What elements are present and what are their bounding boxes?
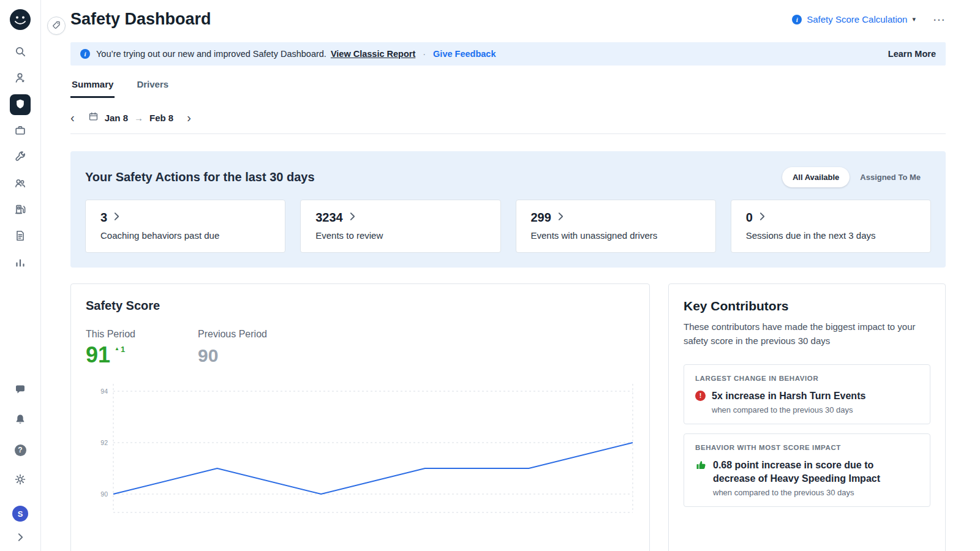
people-icon [14, 177, 26, 191]
sidebar-item-coaching[interactable] [10, 173, 31, 194]
safety-dashboard-app: ? S Safety Dashboard i Safety Score Calc… [0, 0, 980, 551]
shield-icon [15, 99, 26, 111]
safety-actions-title: Your Safety Actions for the last 30 days [85, 170, 315, 184]
previous-period-label: Previous Period [198, 329, 267, 340]
availability-toggle: All Available Assigned To Me [782, 167, 931, 187]
contributor-caption: when compared to the previous 30 days [712, 405, 865, 414]
section-divider [70, 133, 946, 134]
safety-score-calculation-label: Safety Score Calculation [807, 14, 907, 24]
date-start: Jan 8 [105, 113, 128, 123]
app-logo[interactable] [9, 9, 31, 31]
help-icon: ? [15, 444, 26, 456]
calendar-icon [88, 111, 99, 124]
sidebar-item-maintenance[interactable] [10, 147, 31, 168]
date-range-picker[interactable]: Jan 8 → Feb 8 [88, 111, 174, 124]
chevron-right-icon [558, 212, 564, 223]
document-icon [14, 230, 26, 244]
sidebar-expand-button[interactable] [18, 533, 23, 544]
svg-text:94: 94 [100, 388, 108, 395]
contributor-headline: 0.68 point increase in score due to decr… [713, 459, 919, 485]
contributor-category: BEHAVIOR WITH MOST SCORE IMPACT [695, 444, 919, 451]
give-feedback-link[interactable]: Give Feedback [433, 49, 496, 59]
action-card-value: 3 [100, 211, 107, 225]
dashboard-body: Safety Score This Period 91 ▲1 Previous … [70, 283, 946, 551]
separator-dot: · [423, 49, 426, 59]
sidebar-item-search[interactable] [10, 42, 31, 62]
sidebar-item-fuel[interactable] [10, 200, 31, 220]
tag-icon [51, 20, 61, 32]
contributor-item-behavior-change: LARGEST CHANGE IN BEHAVIOR ! 5x increase… [684, 364, 930, 425]
safety-score-calculation-dropdown[interactable]: i Safety Score Calculation ▾ [792, 14, 916, 24]
safety-actions-panel: Your Safety Actions for the last 30 days… [70, 151, 946, 268]
sidebar-item-documents[interactable] [10, 226, 31, 247]
previous-period-block: Previous Period 90 [198, 329, 267, 368]
sidebar: ? S [0, 0, 41, 551]
bell-icon [14, 413, 26, 427]
tag-filter-button[interactable] [47, 17, 66, 35]
action-card-value: 299 [531, 211, 551, 225]
safety-score-card: Safety Score This Period 91 ▲1 Previous … [70, 283, 650, 551]
main-content: Safety Dashboard i Safety Score Calculat… [41, 0, 980, 551]
thumbs-up-icon [695, 459, 707, 473]
page-header: Safety Dashboard i Safety Score Calculat… [41, 0, 980, 29]
toggle-assigned-to-me[interactable]: Assigned To Me [850, 167, 931, 187]
date-range-bar: ‹ Jan 8 → Feb 8 › [70, 105, 946, 130]
announcement-banner: i You’re trying out our new and improved… [70, 42, 946, 66]
chevron-right-icon [114, 212, 119, 223]
toggle-all-available[interactable]: All Available [782, 167, 850, 187]
gear-icon [14, 473, 26, 487]
chevron-right-icon [760, 212, 765, 223]
sidebar-item-drivers[interactable] [10, 68, 31, 89]
previous-period-value: 90 [198, 345, 267, 366]
view-classic-report-link[interactable]: View Classic Report [331, 49, 415, 59]
info-icon: i [792, 15, 802, 24]
sidebar-item-reports[interactable] [10, 252, 31, 273]
this-period-block: This Period 91 ▲1 [86, 329, 198, 368]
sidebar-item-notifications[interactable] [10, 410, 31, 430]
key-contributors-card: Key Contributors These contributors have… [668, 283, 946, 551]
contributor-item-score-impact: BEHAVIOR WITH MOST SCORE IMPACT 0.68 poi… [684, 433, 930, 507]
fuel-pump-icon [14, 203, 26, 217]
sidebar-item-messages[interactable] [10, 380, 31, 400]
key-contributors-title: Key Contributors [684, 299, 930, 313]
action-card-label: Events with unassigned drivers [531, 230, 701, 241]
key-contributors-subtitle: These contributors have made the biggest… [684, 320, 930, 348]
tab-drivers[interactable]: Drivers [135, 74, 170, 98]
contributor-caption: when compared to the previous 30 days [713, 488, 919, 497]
this-period-value: 91 ▲1 [86, 342, 198, 368]
user-avatar[interactable]: S [12, 506, 28, 522]
safety-score-title: Safety Score [86, 299, 635, 313]
action-card-coaching-past-due[interactable]: 3 Coaching behaviors past due [85, 200, 285, 253]
banner-message: You’re trying out our new and improved S… [96, 49, 326, 59]
sidebar-item-settings[interactable] [10, 470, 31, 490]
next-period-button[interactable]: › [187, 111, 191, 124]
tab-bar: Summary Drivers [70, 74, 946, 98]
chevron-right-icon [350, 212, 355, 223]
driver-star-icon [14, 72, 26, 86]
action-card-unassigned-drivers[interactable]: 299 Events with unassigned drivers [516, 200, 716, 253]
score-delta: ▲1 [115, 345, 125, 354]
safety-score-chart: 949290 [86, 383, 635, 532]
action-card-value: 3234 [315, 211, 343, 225]
action-card-label: Sessions due in the next 3 days [746, 230, 916, 241]
page-title: Safety Dashboard [70, 10, 211, 29]
sidebar-item-safety[interactable] [10, 94, 31, 115]
this-period-label: This Period [86, 329, 198, 340]
date-end: Feb 8 [149, 113, 173, 123]
briefcase-icon [14, 124, 26, 138]
search-icon [14, 45, 26, 59]
chevron-down-icon: ▾ [912, 15, 916, 23]
wrench-icon [14, 151, 26, 165]
sidebar-item-help[interactable]: ? [10, 440, 31, 460]
prev-period-button[interactable]: ‹ [70, 111, 75, 124]
arrow-right-icon: → [134, 113, 143, 123]
svg-text:90: 90 [100, 490, 108, 498]
sidebar-item-dispatch[interactable] [10, 121, 31, 141]
action-card-sessions-due[interactable]: 0 Sessions due in the next 3 days [731, 200, 931, 253]
svg-text:92: 92 [100, 439, 108, 446]
action-card-events-to-review[interactable]: 3234 Events to review [300, 200, 500, 253]
learn-more-link[interactable]: Learn More [888, 49, 936, 59]
contributor-category: LARGEST CHANGE IN BEHAVIOR [695, 375, 919, 382]
tab-summary[interactable]: Summary [70, 74, 115, 98]
more-menu-button[interactable]: ⋯ [933, 12, 946, 27]
